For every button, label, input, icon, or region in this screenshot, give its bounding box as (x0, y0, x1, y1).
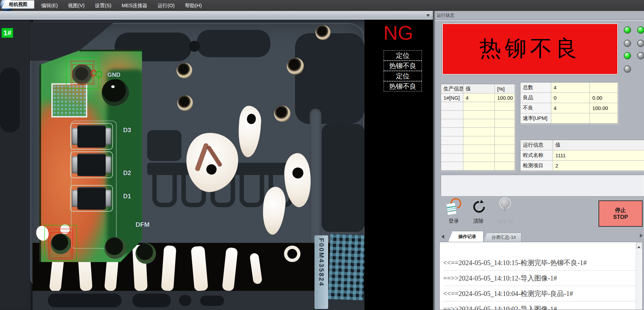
menu-item[interactable]: 运行(O) (152, 0, 180, 11)
table-cell (495, 111, 515, 119)
menu-item[interactable]: 设置(S) (90, 0, 116, 11)
status-led (637, 52, 644, 59)
divider (435, 19, 644, 21)
table-cell (495, 136, 515, 145)
log-entry: <<==2024-05-05_14:10:04-检测完毕-良品-1# (443, 286, 642, 301)
table-cell: 1#[NG] (441, 94, 463, 102)
badge-icon (446, 202, 457, 215)
table-header-cell: 值 (463, 84, 495, 94)
chevron-down-icon[interactable] (426, 14, 430, 18)
table-cell (495, 119, 515, 128)
table-cell (590, 113, 618, 124)
table-cell (463, 162, 495, 171)
table-cell (441, 145, 463, 153)
gnd-hole (102, 79, 129, 107)
table-cell (463, 128, 495, 136)
component-d1 (72, 187, 111, 210)
table-header-cell: 运行信息 (520, 140, 553, 150)
menu-item[interactable]: 视图(V) (63, 0, 90, 11)
refresh-icon (471, 199, 487, 215)
fixture-recess (322, 124, 364, 232)
status-led (624, 40, 631, 47)
result-ng-text: NG (383, 22, 413, 44)
login-label[interactable]: 登录 (444, 218, 463, 224)
table-cell (495, 162, 515, 171)
table-cell (551, 113, 590, 124)
led-light-label[interactable]: LED 灯 (494, 219, 517, 225)
component-d3 (72, 125, 111, 148)
production-table: 生产信息值[%]1#[NG]4100.00 (441, 84, 515, 171)
lightbulb-icon (500, 198, 510, 208)
clear-label[interactable]: 清除 (469, 218, 487, 224)
result-alert-box: 热铆不良 (442, 23, 618, 75)
fixture-channel (240, 174, 264, 207)
run-info-table: 运行信息值程式名称1111检测项目2 (520, 140, 644, 171)
menu-bar: 文件(F)编辑(E)视图(V)设置(S)MES连接器运行(O)帮助(H) (0, 0, 644, 11)
inspection-image: F00M435824 GND D3 D2 D1 (0, 20, 364, 310)
menu-item[interactable]: 帮助(H) (180, 0, 207, 11)
table-cell: 4 (551, 83, 590, 93)
scroll-up-icon[interactable] (636, 243, 642, 248)
menu-item[interactable]: 编辑(E) (36, 0, 63, 11)
rivet-hole (136, 243, 156, 264)
led-light-button[interactable] (500, 198, 511, 213)
log-scrollbar[interactable] (636, 243, 642, 310)
silkscreen-d3: D3 (123, 127, 131, 134)
table-header-cell: 值 (553, 140, 644, 150)
table-cell: 程式名称 (520, 150, 553, 161)
log-entry: <<==2024-05-05_14:10:15-检测完毕-热铆不良-1# (443, 255, 642, 271)
menu-item[interactable]: MES连接器 (117, 0, 153, 11)
roi-box-red (49, 229, 73, 259)
clear-button[interactable] (473, 200, 484, 211)
fixture-channel (152, 174, 177, 207)
tab-camera-view[interactable]: 相机视图 (1, 0, 34, 9)
table-cell (441, 102, 463, 111)
tab-scroll-left-icon[interactable] (439, 235, 444, 239)
check-result-label: 定位 (384, 50, 422, 61)
login-button[interactable] (447, 198, 460, 214)
serial-number: F00M435824 (314, 235, 328, 309)
tab-scroll-right-icon[interactable] (640, 234, 644, 238)
camera-index-badge: 1# (2, 28, 13, 38)
status-led (637, 40, 644, 47)
silkscreen-d2: D2 (123, 170, 131, 177)
log-entry: ==>>2024-05-05_14:10:02-导入图像-1# (443, 301, 642, 310)
stop-label-cn: 停止 (615, 207, 626, 214)
tab-summary[interactable]: 分类汇总-1# (484, 233, 521, 242)
stats-table: 总数4良品00.00不良4100.00速率[UPM] (520, 82, 618, 124)
table-cell (463, 145, 495, 153)
table-cell: 总数 (520, 83, 551, 93)
table-cell: 100.00 (495, 94, 515, 102)
plated-hole (177, 95, 193, 111)
table-cell: 速率[UPM] (520, 113, 551, 124)
status-led (637, 26, 644, 34)
log-list: <<==2024-05-05_14:10:15-检测完毕-热铆不良-1#==>>… (440, 242, 642, 310)
table-cell (463, 136, 495, 145)
tab-operation-log[interactable]: 操作记录 (448, 231, 484, 242)
silkscreen-dfm: DFM (136, 221, 150, 228)
table-cell: 4 (463, 94, 495, 102)
table-cell (463, 102, 495, 111)
table-cell: 0.00 (590, 93, 618, 103)
stop-label-en: STOP (613, 214, 628, 221)
fixture-recess (295, 33, 364, 124)
table-header-cell: 生产信息 (441, 84, 463, 94)
table-cell (495, 128, 515, 136)
table-cell (441, 136, 463, 145)
datamatrix-barcode (328, 234, 364, 300)
fixture-recess (147, 130, 181, 161)
status-led (624, 26, 631, 34)
pane-splitter[interactable] (433, 11, 435, 310)
run-status-panel: 运行状态 热铆不良 生产信息值[%]1#[NG]4100.00 总数4良品00.… (435, 11, 644, 310)
plated-hole (315, 25, 331, 40)
table-cell: 不良 (520, 103, 551, 113)
lightbulb-base (503, 208, 507, 212)
table-cell: 0 (551, 93, 590, 103)
log-entry: ==>>2024-05-05_14:10:12-导入图像-1# (443, 271, 642, 286)
component-d2 (72, 153, 111, 176)
stop-button[interactable]: 停止 STOP (598, 200, 643, 227)
menu: 文件(F)编辑(E)视图(V)设置(S)MES连接器运行(O)帮助(H) (0, 0, 644, 11)
table-cell: 检测项目 (520, 161, 553, 171)
table-cell: 良品 (520, 93, 551, 103)
table-header-cell: [%] (495, 84, 515, 94)
